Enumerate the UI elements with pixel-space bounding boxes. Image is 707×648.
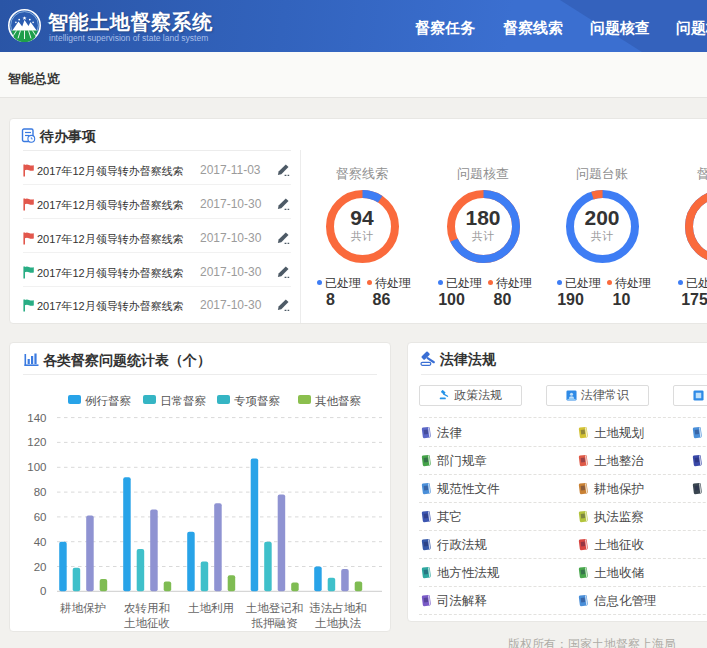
svg-text:抵押融资: 抵押融资 (252, 617, 299, 629)
svg-text:耕地保护: 耕地保护 (60, 602, 106, 614)
svg-text:80: 80 (34, 486, 47, 498)
svg-text:100: 100 (27, 461, 46, 473)
svg-text:140: 140 (27, 412, 46, 424)
svg-text:40: 40 (34, 536, 47, 548)
svg-text:0: 0 (40, 585, 46, 597)
svg-text:土地执法: 土地执法 (315, 617, 362, 629)
svg-text:土地征收: 土地征收 (124, 617, 170, 629)
svg-text:农转用和: 农转用和 (124, 602, 170, 614)
svg-text:60: 60 (34, 511, 47, 523)
svg-text:120: 120 (27, 436, 46, 448)
svg-text:违法占地和: 违法占地和 (309, 602, 367, 614)
svg-text:土地登记和: 土地登记和 (246, 602, 304, 614)
svg-text:土地利用: 土地利用 (188, 602, 234, 614)
svg-text:20: 20 (34, 561, 47, 573)
